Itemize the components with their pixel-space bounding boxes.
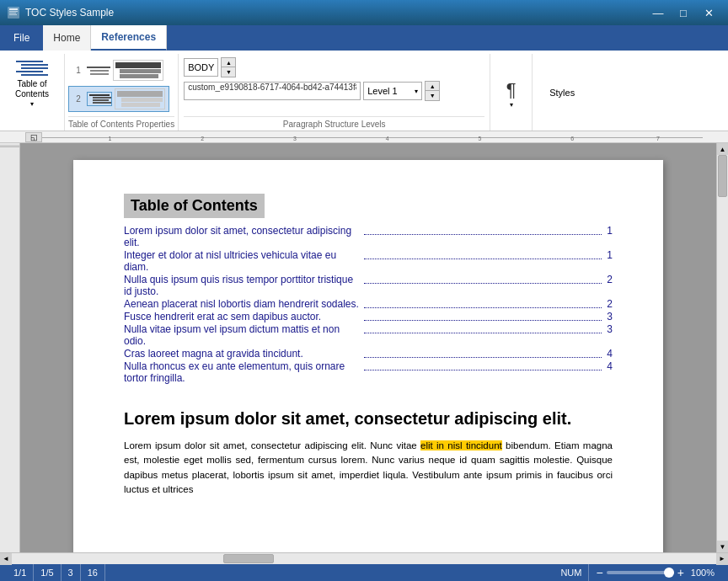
zoom-minus-icon[interactable]: − <box>596 566 602 579</box>
scroll-down-button[interactable]: ▼ <box>717 541 728 552</box>
toc-dropdown-arrow: ▾ <box>30 100 34 108</box>
toc-entry-8[interactable]: Nulla rhoncus ex eu ante elementum, quis… <box>124 360 613 384</box>
zoom-controls: − + 100% <box>589 566 721 579</box>
body-dropdown-row: BODY ▲ ▼ <box>184 57 236 77</box>
menu-file[interactable]: File <box>0 25 43 51</box>
ruler-mark-6: 6 <box>570 136 574 141</box>
toc-entry-2[interactable]: Integer et dolor at nisl ultricies vehic… <box>124 249 613 273</box>
zoom-level: 100% <box>691 568 715 578</box>
body-heading: Lorem ipsum dolor sit amet, consectetur … <box>124 409 613 429</box>
maximize-button[interactable]: □ <box>671 0 696 25</box>
h-scroll-left[interactable]: ◄ <box>0 553 12 565</box>
toc-styles-content: 1 2 <box>68 57 174 115</box>
page-scroll-area[interactable]: Table of Contents Lorem ipsum dolor sit … <box>20 143 716 552</box>
toc-entry-7[interactable]: Cras laoreet magna at gravida tincidunt.… <box>124 348 613 360</box>
level-dropdown-arrow: ▾ <box>415 88 418 95</box>
h-scroll-right[interactable]: ► <box>716 553 728 565</box>
scroll-up-button[interactable]: ▲ <box>717 143 728 155</box>
toc-entry-1-page: 1 <box>604 225 613 248</box>
ruler-mark-5: 5 <box>478 136 481 141</box>
toc-style-1-preview <box>87 60 163 81</box>
ribbon: Table ofContents ▾ 1 <box>0 51 728 131</box>
toc-entry-8-dots <box>364 360 602 370</box>
title-text: TOC Styles Sample <box>25 7 645 19</box>
svg-rect-2 <box>9 11 18 12</box>
ruler: ◱ 1 2 3 4 5 6 7 <box>0 131 728 143</box>
h-scroll-track[interactable] <box>12 553 716 564</box>
zoom-plus-icon[interactable]: + <box>677 566 684 579</box>
para-marks-group: ¶ ▾ <box>490 54 533 131</box>
toc-entry-8-page: 4 <box>604 360 613 384</box>
ruler-mark-3: 3 <box>293 136 297 141</box>
body-scroll-arrows: ▲ ▼ <box>221 57 236 77</box>
toc-entry-5-text: Fusce hendrerit erat ac sem dapibus auct… <box>124 311 361 322</box>
body-scroll-down[interactable]: ▼ <box>222 67 235 77</box>
window-controls: — □ ✕ <box>645 0 721 25</box>
menu-references[interactable]: References <box>91 25 167 51</box>
toc-entry-5-dots <box>364 311 602 321</box>
ruler-cap <box>0 145 19 147</box>
svg-rect-3 <box>9 13 16 13</box>
ruler-track: 1 2 3 4 5 6 7 <box>42 133 703 141</box>
ruler-mark-7: 7 <box>656 136 660 141</box>
toc-entry-7-dots <box>364 348 602 358</box>
para-marks-button[interactable]: ¶ ▾ <box>503 76 520 112</box>
title-bar: TOC Styles Sample — □ ✕ <box>0 0 728 25</box>
scroll-track[interactable] <box>717 155 728 541</box>
toc-styles-group: 1 2 <box>65 54 179 131</box>
level-scroll-up[interactable]: ▲ <box>426 82 439 91</box>
status-section: 1/5 <box>34 564 61 581</box>
custom-style-value: custom_e9190818-6717-4064-bd42-a74413f86… <box>188 83 356 92</box>
para-structure-label: Paragraph Structure Levels <box>184 116 484 131</box>
ruler-mark-4: 4 <box>386 136 389 141</box>
toc-style-1-num: 1 <box>72 66 84 75</box>
toc-entry-4-page: 2 <box>604 298 613 310</box>
toc-entry-2-dots <box>364 249 602 259</box>
zoom-slider-thumb[interactable] <box>664 568 674 578</box>
toc-entry-5-page: 3 <box>604 311 613 322</box>
body-style-group: BODY ▲ ▼ custom_e9190818-6717-4064-bd42-… <box>179 54 490 131</box>
toc-heading: Table of Contents <box>124 194 265 218</box>
app-icon <box>7 6 20 19</box>
toc-button-label: Table ofContents <box>15 79 49 99</box>
toc-entry-3[interactable]: Nulla quis ipsum quis risus tempor portt… <box>124 274 613 297</box>
toc-entry-1-text: Lorem ipsum dolor sit amet, consectetur … <box>124 225 361 248</box>
h-scroll-thumb[interactable] <box>223 554 274 563</box>
toc-style-2-preview <box>87 88 165 109</box>
para-marks-arrow: ▾ <box>510 101 513 109</box>
level-scroll-down[interactable]: ▼ <box>426 91 439 100</box>
menu-home[interactable]: Home <box>43 25 91 51</box>
level-dropdown[interactable]: Level 1 ▾ <box>363 82 422 100</box>
toc-group-content: Table ofContents ▾ <box>7 57 57 131</box>
toc-icon <box>16 61 48 76</box>
para-marks-icon: ¶ <box>506 79 517 101</box>
close-button[interactable]: ✕ <box>696 0 721 25</box>
toc-entry-8-text: Nulla rhoncus ex eu ante elementum, quis… <box>124 360 361 384</box>
highlighted-text: elit in nisl tincidunt <box>420 440 502 450</box>
toc-entry-4[interactable]: Aenean placerat nisl lobortis diam hendr… <box>124 298 613 310</box>
left-margin-ruler <box>0 143 20 552</box>
toc-entry-1-dots <box>364 225 602 235</box>
styles-button[interactable]: Styles <box>543 84 581 101</box>
toc-entry-5[interactable]: Fusce hendrerit erat ac sem dapibus auct… <box>124 311 613 322</box>
body-scroll-up[interactable]: ▲ <box>222 58 235 67</box>
ruler-mark-2: 2 <box>201 136 204 141</box>
scroll-thumb[interactable] <box>718 155 727 197</box>
zoom-slider[interactable] <box>607 571 674 574</box>
toc-entry-1[interactable]: Lorem ipsum dolor sit amet, consectetur … <box>124 225 613 248</box>
main-area: Table of Contents Lorem ipsum dolor sit … <box>0 143 728 552</box>
status-bar: 1/1 1/5 3 16 NUM − + 100% <box>0 564 728 581</box>
toc-style-1[interactable]: 1 <box>68 57 168 83</box>
svg-rect-1 <box>9 8 18 10</box>
level-dropdown-label: Level 1 <box>367 86 415 96</box>
minimize-button[interactable]: — <box>645 0 671 25</box>
body-style-dropdown[interactable]: BODY <box>184 58 218 77</box>
toc-entry-2-text: Integer et dolor at nisl ultricies vehic… <box>124 249 361 273</box>
toc-button[interactable]: Table ofContents ▾ <box>7 57 57 111</box>
toc-style-2[interactable]: 2 <box>68 86 169 112</box>
toc-entries: Lorem ipsum dolor sit amet, consectetur … <box>124 225 613 384</box>
toc-entry-6[interactable]: Nulla vitae ipsum vel ipsum dictum matti… <box>124 323 613 347</box>
custom-style-field[interactable]: custom_e9190818-6717-4064-bd42-a74413f86… <box>184 82 361 100</box>
toc-entry-6-text: Nulla vitae ipsum vel ipsum dictum matti… <box>124 323 361 347</box>
toc-style-2-num: 2 <box>72 94 84 104</box>
